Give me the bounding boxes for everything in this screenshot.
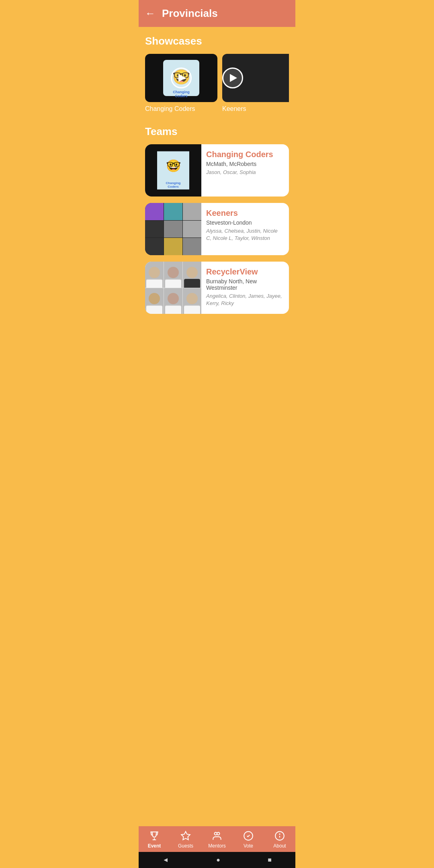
teams-heading: Teams: [145, 125, 289, 138]
showcases-list: 🤓 ChangingCoders Changing Coders Keeners: [145, 54, 289, 114]
team-card-changing-coders[interactable]: 🤓 ChangingCoders Changing Coders McMath,…: [145, 144, 289, 197]
rv-frame-2: [164, 262, 182, 288]
team-info-recyclerview: RecyclerView Burnaby North, New Westmins…: [201, 262, 289, 314]
cc-thumb-label: ChangingCoders: [173, 90, 190, 98]
team-school: McMath, McRoberts: [206, 161, 284, 167]
team-info-changing-coders: Changing Coders McMath, McRoberts Jason,…: [201, 144, 289, 197]
thumb-cc-label: ChangingCoders: [166, 181, 181, 188]
team-members: Alyssa, Chelsea, Justin, Nicole C, Nicol…: [206, 227, 284, 242]
person-4: [145, 288, 164, 314]
page-title: Provincials: [162, 7, 218, 20]
team-name: Changing Coders: [206, 150, 284, 159]
showcase-label: Changing Coders: [145, 105, 217, 113]
ktf-5: [164, 221, 182, 238]
team-school: Steveston-London: [206, 219, 284, 226]
team-thumb-changing-coders: 🤓 ChangingCoders: [145, 144, 201, 197]
rv-frame-1: [145, 262, 164, 288]
showcase-thumb-keeners[interactable]: [222, 54, 289, 102]
team-name: RecyclerView: [206, 267, 284, 276]
showcases-heading: Showcases: [145, 35, 289, 47]
ktf-9: [183, 238, 201, 255]
back-button[interactable]: ←: [145, 7, 156, 20]
team-info-keeners: Keeners Steveston-London Alyssa, Chelsea…: [201, 203, 289, 255]
showcase-item-changing-coders[interactable]: 🤓 ChangingCoders Changing Coders: [145, 54, 217, 113]
play-button[interactable]: [171, 68, 192, 88]
showcase-label-keeners: Keeners: [222, 105, 289, 113]
ktf-6: [183, 221, 201, 238]
ktf-4: [145, 221, 164, 238]
team-members: Angelica, Clinton, James, Jayee, Kerry, …: [206, 293, 284, 307]
team-thumb-keeners: [145, 203, 201, 255]
play-button-keeners[interactable]: [222, 68, 243, 88]
team-thumb-recyclerview: [145, 262, 201, 314]
person-5: [164, 288, 182, 314]
thumb-cc-mascot: 🤓: [166, 159, 181, 173]
ktf-1: [145, 203, 164, 220]
team-card-recyclerview[interactable]: RecyclerView Burnaby North, New Westmins…: [145, 262, 289, 314]
person-2: [164, 262, 182, 288]
team-card-keeners[interactable]: Keeners Steveston-London Alyssa, Chelsea…: [145, 203, 289, 255]
rv-frame-4: [145, 288, 164, 314]
person-1: [145, 262, 164, 288]
ktf-3: [183, 203, 201, 220]
ktf-2: [164, 203, 182, 220]
rv-frame-3: [183, 262, 201, 288]
header: ← Provincials: [139, 0, 295, 27]
showcase-thumb-changing-coders[interactable]: 🤓 ChangingCoders: [145, 54, 217, 102]
team-school: Burnaby North, New Westminster: [206, 278, 284, 291]
ktf-7: [145, 238, 164, 255]
rv-frame-6: [183, 288, 201, 314]
showcase-item-keeners[interactable]: Keeners: [222, 54, 289, 113]
person-6: [183, 288, 201, 314]
ktf-8: [164, 238, 182, 255]
main-content: Showcases 🤓 ChangingCoders Changing Code…: [139, 27, 295, 352]
rv-frame-5: [164, 288, 182, 314]
person-3: [183, 262, 201, 288]
team-members: Jason, Oscar, Sophia: [206, 169, 284, 176]
team-name: Keeners: [206, 209, 284, 218]
